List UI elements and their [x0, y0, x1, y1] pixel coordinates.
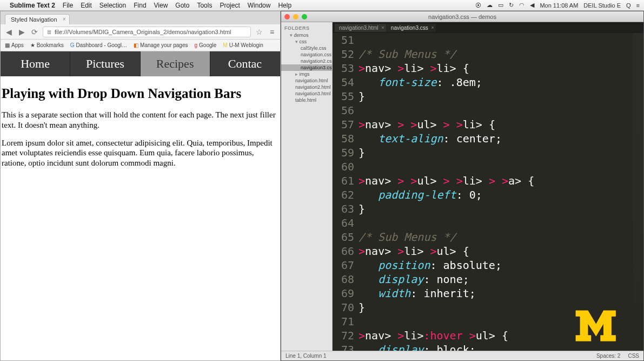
sublime-sidebar: FOLDERS demos css calStyle.css navigatio…: [281, 22, 333, 351]
bookmark-folder[interactable]: ★ Bookmarks: [30, 42, 64, 48]
file-item[interactable]: calStyle.css: [281, 45, 332, 51]
spotlight-icon[interactable]: Q: [626, 2, 631, 9]
address-bar[interactable]: 🗎 file:///Volumes/MDIG_Camera_Originals_…: [43, 27, 251, 37]
zoom-window-button[interactable]: [302, 14, 307, 19]
line-gutter: 51 52 53 54 55 56 57 58 59 60 61 62 63 6…: [333, 33, 358, 351]
screencast-icon[interactable]: ⦿: [475, 2, 481, 9]
menu-view[interactable]: View: [154, 2, 168, 9]
nav-contact[interactable]: Contac: [210, 51, 280, 76]
menubar-app[interactable]: Sublime Text 2: [10, 2, 55, 9]
menu-edit[interactable]: Edit: [81, 2, 92, 9]
page-heading: Playing with Drop Down Navigation Bars: [2, 86, 278, 101]
bookmark-star-icon[interactable]: ☆: [254, 27, 264, 37]
mac-menubar: Sublime Text 2 File Edit Selection Find …: [0, 0, 644, 11]
file-item[interactable]: navigation2.html: [281, 84, 332, 90]
apps-button[interactable]: ▦ Apps: [5, 42, 24, 48]
bookmark-um[interactable]: M U-M Weblogin: [223, 42, 263, 48]
bookmark-google[interactable]: g Google: [195, 42, 217, 48]
status-spaces[interactable]: Spaces: 2: [596, 353, 620, 359]
display-icon[interactable]: ▭: [498, 2, 503, 9]
page-body: Playing with Drop Down Navigation Bars T…: [1, 76, 280, 178]
close-icon[interactable]: ×: [63, 16, 66, 22]
close-icon[interactable]: ×: [431, 25, 434, 30]
chrome-tabstrip: Styled Navigation ×: [1, 11, 280, 24]
sublime-statusbar: Line 1, Column 1 Spaces: 2 CSS: [281, 351, 643, 360]
menu-goto[interactable]: Goto: [175, 2, 189, 9]
editor-tabs: navigation3.html× navigation3.css×: [333, 22, 643, 33]
status-position[interactable]: Line 1, Column 1: [286, 353, 327, 359]
forward-button[interactable]: ▶: [17, 27, 26, 37]
bookmark-manage[interactable]: ◧ Manage your pages: [134, 42, 188, 48]
volume-icon[interactable]: ◀: [530, 2, 534, 9]
sidebar-heading: FOLDERS: [281, 24, 332, 32]
page-paragraph: This is a separate section that will hol…: [2, 110, 278, 130]
wifi-icon[interactable]: ◠: [519, 2, 525, 9]
sublime-titlebar: navigation3.css — demos: [281, 11, 643, 22]
nav-pictures[interactable]: Pictures: [70, 51, 140, 76]
page-paragraph: Lorem ipsum dolor sit amet, consectetur …: [2, 138, 278, 168]
status-lang[interactable]: CSS: [628, 353, 639, 359]
menu-project[interactable]: Project: [220, 2, 240, 9]
minimize-window-button[interactable]: [293, 14, 298, 19]
chrome-toolbar: ◀ ▶ ⟳ 🗎 file:///Volumes/MDIG_Camera_Orig…: [1, 24, 280, 40]
folder-css[interactable]: css: [281, 38, 332, 45]
page-navbar: Home Pictures Recipes Contac: [1, 51, 280, 76]
file-item[interactable]: navigation3.html: [281, 90, 332, 97]
editor-tab[interactable]: navigation3.css×: [387, 24, 436, 32]
file-item[interactable]: navigation.css: [281, 51, 332, 58]
bookmarks-bar: ▦ Apps ★ Bookmarks G Dashboard - Googl… …: [1, 40, 280, 51]
menu-file[interactable]: File: [63, 2, 73, 9]
menu-help[interactable]: Help: [278, 2, 291, 9]
code-editor[interactable]: 51 52 53 54 55 56 57 58 59 60 61 62 63 6…: [333, 33, 643, 351]
sync-icon[interactable]: ↻: [509, 2, 514, 9]
editor-tab[interactable]: navigation3.html×: [335, 24, 387, 32]
url-text: file:///Volumes/MDIG_Camera_Originals_2/…: [55, 29, 231, 35]
reload-button[interactable]: ⟳: [30, 27, 39, 37]
folder-demos[interactable]: demos: [281, 32, 332, 38]
menu-selection[interactable]: Selection: [99, 2, 126, 9]
nav-home[interactable]: Home: [1, 51, 70, 76]
file-item[interactable]: navigation2.css: [281, 58, 332, 64]
bookmark-dashboard[interactable]: G Dashboard - Googl…: [70, 42, 127, 48]
chrome-menu-icon[interactable]: ≡: [267, 27, 277, 37]
doc-icon: 🗎: [47, 29, 52, 35]
file-item[interactable]: navigation3.css: [281, 64, 332, 71]
page-viewport: Home Pictures Recipes Contac Playing wit…: [1, 51, 280, 360]
close-window-button[interactable]: [284, 14, 290, 19]
menu-window[interactable]: Window: [248, 2, 271, 9]
menu-tools[interactable]: Tools: [197, 2, 212, 9]
close-icon[interactable]: ×: [382, 25, 384, 30]
sublime-title: navigation3.css — demos: [428, 14, 496, 20]
menu-extra-icon[interactable]: ≡: [636, 2, 640, 9]
user-menu[interactable]: DEIL Studio E: [583, 2, 621, 9]
chrome-tab[interactable]: Styled Navigation ×: [5, 14, 70, 24]
minimap[interactable]: [633, 33, 643, 304]
clock[interactable]: Mon 11:08 AM: [540, 2, 578, 9]
chrome-window: Styled Navigation × ◀ ▶ ⟳ 🗎 file:///Volu…: [0, 11, 281, 361]
folder-imgs[interactable]: imgs: [281, 71, 332, 77]
code-content[interactable]: /* Sub Menus */ >nav> >li> >li> { font-s…: [358, 33, 643, 351]
chrome-tab-title: Styled Navigation: [11, 16, 57, 23]
michigan-logo: [571, 304, 636, 347]
cloud-icon[interactable]: ☁: [487, 2, 493, 9]
menu-find[interactable]: Find: [134, 2, 146, 9]
nav-recipes[interactable]: Recipes: [141, 51, 210, 76]
file-item[interactable]: table.html: [281, 97, 332, 103]
back-button[interactable]: ◀: [4, 27, 14, 37]
file-item[interactable]: navigation.html: [281, 77, 332, 84]
editor-area: navigation3.html× navigation3.css× 51 52…: [333, 22, 643, 351]
